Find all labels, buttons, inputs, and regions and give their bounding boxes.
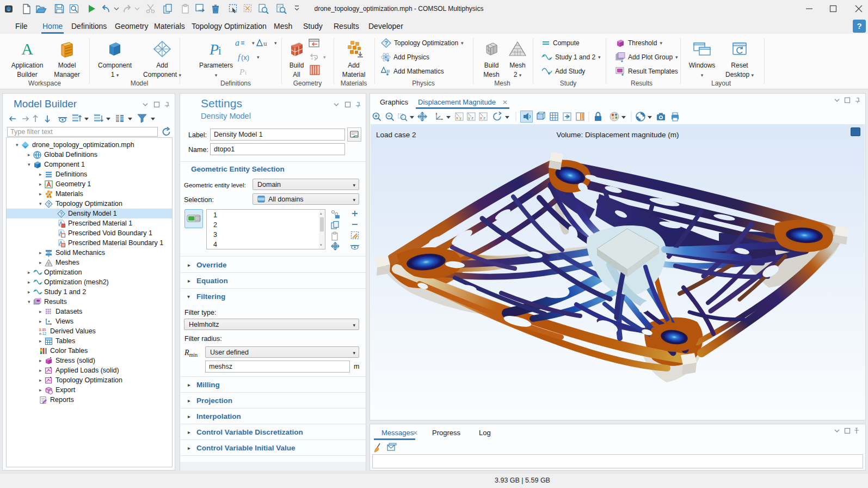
svg-text:e-12: e-12 <box>39 332 46 335</box>
svg-text:?: ? <box>60 211 63 217</box>
svg-text:?: ? <box>47 202 51 207</box>
svg-text:z: z <box>483 115 485 120</box>
svg-text:y: y <box>459 115 461 120</box>
svg-text:a: a <box>235 39 239 47</box>
svg-text:P: P <box>209 41 219 58</box>
svg-text:z: z <box>471 115 473 120</box>
svg-text:?: ? <box>384 40 388 46</box>
svg-text:P: P <box>239 68 244 76</box>
svg-text:u: u <box>387 67 390 74</box>
svg-text:i: i <box>245 69 247 76</box>
svg-text:y: y <box>468 115 470 120</box>
svg-text:x: x <box>480 115 482 120</box>
svg-text:(x): (x) <box>241 53 249 62</box>
svg-text:A: A <box>21 40 33 58</box>
svg-text:i: i <box>218 45 221 57</box>
svg-text:x: x <box>456 115 458 120</box>
svg-text:u: u <box>263 39 267 47</box>
svg-text:8.85: 8.85 <box>39 328 46 332</box>
